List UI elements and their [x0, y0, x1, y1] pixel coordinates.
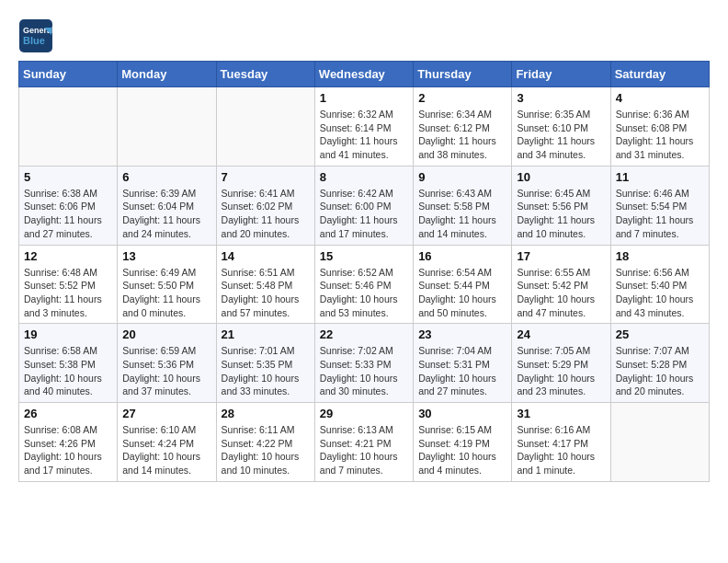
col-header-thursday: Thursday	[414, 62, 512, 87]
day-info: Sunrise: 6:54 AM Sunset: 5:44 PM Dayligh…	[418, 266, 506, 320]
day-number: 22	[320, 327, 408, 341]
day-number: 17	[517, 249, 605, 263]
day-number: 18	[616, 249, 704, 263]
day-number: 15	[320, 249, 408, 263]
day-cell: 30Sunrise: 6:15 AM Sunset: 4:19 PM Dayli…	[414, 403, 512, 482]
day-number: 11	[616, 170, 704, 184]
day-info: Sunrise: 6:45 AM Sunset: 5:56 PM Dayligh…	[517, 187, 605, 241]
day-number: 9	[418, 170, 506, 184]
day-cell: 24Sunrise: 7:05 AM Sunset: 5:29 PM Dayli…	[512, 324, 610, 403]
day-info: Sunrise: 6:38 AM Sunset: 6:06 PM Dayligh…	[24, 187, 112, 241]
day-cell: 7Sunrise: 6:41 AM Sunset: 6:02 PM Daylig…	[216, 166, 314, 245]
day-number: 5	[24, 170, 112, 184]
day-cell: 19Sunrise: 6:58 AM Sunset: 5:38 PM Dayli…	[19, 324, 118, 403]
day-number: 12	[24, 249, 112, 263]
day-number: 26	[24, 407, 112, 420]
day-number: 20	[122, 327, 210, 341]
day-cell: 25Sunrise: 7:07 AM Sunset: 5:28 PM Dayli…	[610, 324, 709, 403]
day-number: 21	[222, 327, 310, 341]
col-header-sunday: Sunday	[19, 62, 118, 87]
day-info: Sunrise: 6:52 AM Sunset: 5:46 PM Dayligh…	[320, 266, 408, 320]
day-cell: 31Sunrise: 6:16 AM Sunset: 4:17 PM Dayli…	[512, 403, 610, 482]
logo-icon: General Blue	[18, 18, 53, 53]
day-number: 16	[418, 249, 506, 263]
day-cell: 29Sunrise: 6:13 AM Sunset: 4:21 PM Dayli…	[314, 403, 413, 482]
day-number: 30	[418, 407, 506, 420]
day-number: 8	[320, 170, 408, 184]
day-info: Sunrise: 7:05 AM Sunset: 5:29 PM Dayligh…	[517, 344, 605, 398]
day-cell	[118, 87, 216, 167]
week-row-1: 1Sunrise: 6:32 AM Sunset: 6:14 PM Daylig…	[19, 87, 710, 167]
day-info: Sunrise: 7:04 AM Sunset: 5:31 PM Dayligh…	[418, 344, 506, 398]
day-cell: 23Sunrise: 7:04 AM Sunset: 5:31 PM Dayli…	[414, 324, 512, 403]
day-cell: 1Sunrise: 6:32 AM Sunset: 6:14 PM Daylig…	[314, 87, 413, 167]
day-cell: 15Sunrise: 6:52 AM Sunset: 5:46 PM Dayli…	[314, 245, 413, 324]
day-cell	[19, 87, 118, 167]
week-row-2: 5Sunrise: 6:38 AM Sunset: 6:06 PM Daylig…	[19, 166, 710, 245]
day-info: Sunrise: 6:15 AM Sunset: 4:19 PM Dayligh…	[418, 423, 506, 477]
day-cell: 11Sunrise: 6:46 AM Sunset: 5:54 PM Dayli…	[610, 166, 709, 245]
day-info: Sunrise: 6:56 AM Sunset: 5:40 PM Dayligh…	[616, 266, 704, 320]
day-info: Sunrise: 7:02 AM Sunset: 5:33 PM Dayligh…	[320, 344, 408, 398]
day-info: Sunrise: 6:11 AM Sunset: 4:22 PM Dayligh…	[222, 423, 310, 477]
day-number: 2	[418, 91, 506, 105]
day-info: Sunrise: 6:55 AM Sunset: 5:42 PM Dayligh…	[517, 266, 605, 320]
day-cell: 5Sunrise: 6:38 AM Sunset: 6:06 PM Daylig…	[19, 166, 118, 245]
day-cell: 20Sunrise: 6:59 AM Sunset: 5:36 PM Dayli…	[118, 324, 216, 403]
day-info: Sunrise: 6:51 AM Sunset: 5:48 PM Dayligh…	[222, 266, 310, 320]
day-number: 6	[122, 170, 210, 184]
col-header-friday: Friday	[512, 62, 610, 87]
day-cell: 2Sunrise: 6:34 AM Sunset: 6:12 PM Daylig…	[414, 87, 512, 167]
day-number: 23	[418, 327, 506, 341]
day-cell: 13Sunrise: 6:49 AM Sunset: 5:50 PM Dayli…	[118, 245, 216, 324]
day-cell: 16Sunrise: 6:54 AM Sunset: 5:44 PM Dayli…	[414, 245, 512, 324]
day-info: Sunrise: 6:49 AM Sunset: 5:50 PM Dayligh…	[122, 266, 210, 320]
day-info: Sunrise: 7:01 AM Sunset: 5:35 PM Dayligh…	[222, 344, 310, 398]
day-cell: 12Sunrise: 6:48 AM Sunset: 5:52 PM Dayli…	[19, 245, 118, 324]
day-cell: 14Sunrise: 6:51 AM Sunset: 5:48 PM Dayli…	[216, 245, 314, 324]
day-info: Sunrise: 6:13 AM Sunset: 4:21 PM Dayligh…	[320, 423, 408, 477]
day-number: 28	[222, 407, 310, 420]
week-row-5: 26Sunrise: 6:08 AM Sunset: 4:26 PM Dayli…	[19, 403, 710, 482]
col-header-monday: Monday	[118, 62, 216, 87]
day-cell: 22Sunrise: 7:02 AM Sunset: 5:33 PM Dayli…	[314, 324, 413, 403]
day-info: Sunrise: 6:59 AM Sunset: 5:36 PM Dayligh…	[122, 344, 210, 398]
day-info: Sunrise: 6:46 AM Sunset: 5:54 PM Dayligh…	[616, 187, 704, 241]
logo: General Blue	[18, 18, 57, 53]
day-info: Sunrise: 6:16 AM Sunset: 4:17 PM Dayligh…	[517, 423, 605, 477]
day-info: Sunrise: 7:07 AM Sunset: 5:28 PM Dayligh…	[616, 344, 704, 398]
day-info: Sunrise: 6:36 AM Sunset: 6:08 PM Dayligh…	[616, 108, 704, 162]
day-info: Sunrise: 6:39 AM Sunset: 6:04 PM Dayligh…	[122, 187, 210, 241]
day-info: Sunrise: 6:48 AM Sunset: 5:52 PM Dayligh…	[24, 266, 112, 320]
col-header-saturday: Saturday	[610, 62, 709, 87]
day-cell: 3Sunrise: 6:35 AM Sunset: 6:10 PM Daylig…	[512, 87, 610, 167]
day-cell	[610, 403, 709, 482]
day-info: Sunrise: 6:08 AM Sunset: 4:26 PM Dayligh…	[24, 423, 112, 477]
week-row-4: 19Sunrise: 6:58 AM Sunset: 5:38 PM Dayli…	[19, 324, 710, 403]
day-cell: 28Sunrise: 6:11 AM Sunset: 4:22 PM Dayli…	[216, 403, 314, 482]
day-cell: 17Sunrise: 6:55 AM Sunset: 5:42 PM Dayli…	[512, 245, 610, 324]
svg-text:Blue: Blue	[23, 35, 45, 46]
day-info: Sunrise: 6:43 AM Sunset: 5:58 PM Dayligh…	[418, 187, 506, 241]
day-number: 27	[122, 407, 210, 420]
day-number: 13	[122, 249, 210, 263]
day-info: Sunrise: 6:34 AM Sunset: 6:12 PM Dayligh…	[418, 108, 506, 162]
day-cell: 8Sunrise: 6:42 AM Sunset: 6:00 PM Daylig…	[314, 166, 413, 245]
day-info: Sunrise: 6:35 AM Sunset: 6:10 PM Dayligh…	[517, 108, 605, 162]
calendar-table: SundayMondayTuesdayWednesdayThursdayFrid…	[18, 61, 710, 482]
day-number: 29	[320, 407, 408, 420]
day-cell: 21Sunrise: 7:01 AM Sunset: 5:35 PM Dayli…	[216, 324, 314, 403]
day-number: 14	[222, 249, 310, 263]
day-cell: 10Sunrise: 6:45 AM Sunset: 5:56 PM Dayli…	[512, 166, 610, 245]
day-number: 3	[517, 91, 605, 105]
day-info: Sunrise: 6:41 AM Sunset: 6:02 PM Dayligh…	[222, 187, 310, 241]
day-number: 31	[517, 407, 605, 420]
page-header: General Blue	[18, 18, 710, 53]
day-info: Sunrise: 6:32 AM Sunset: 6:14 PM Dayligh…	[320, 108, 408, 162]
week-row-3: 12Sunrise: 6:48 AM Sunset: 5:52 PM Dayli…	[19, 245, 710, 324]
day-number: 7	[222, 170, 310, 184]
day-number: 4	[616, 91, 704, 105]
calendar-header-row: SundayMondayTuesdayWednesdayThursdayFrid…	[19, 62, 710, 87]
day-number: 1	[320, 91, 408, 105]
day-number: 10	[517, 170, 605, 184]
